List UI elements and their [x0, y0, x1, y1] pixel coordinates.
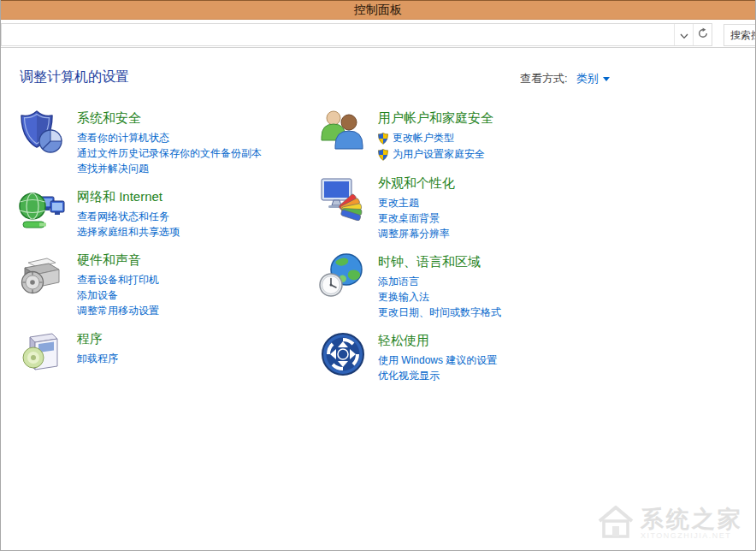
- category-column-left: 系统和安全查看你的计算机状态通过文件历史记录保存你的文件备份副本查找并解决问题 …: [18, 108, 319, 394]
- category-link-label: 通过文件历史记录保存你的文件备份副本: [77, 145, 262, 161]
- control-panel-window: 控制面板 调整计算机的设置 查看方式: 类别: [0, 0, 756, 551]
- category-link-label: 更改日期、时间或数字格式: [378, 305, 501, 320]
- network-globe-icon[interactable]: [18, 187, 66, 234]
- category-title-user-accounts-family-safety[interactable]: 用户帐户和家庭安全: [378, 110, 493, 127]
- category-link[interactable]: 使用 Windows 建议的设置: [378, 353, 497, 368]
- category-link[interactable]: 更改桌面背景: [378, 210, 455, 226]
- watermark-subtext: XITONGZHIJIA.NET: [641, 531, 731, 540]
- category-link-label: 优化视觉显示: [378, 368, 440, 383]
- category-title-network-internet[interactable]: 网络和 Internet: [77, 189, 180, 205]
- category-link-label: 查看网络状态和任务: [77, 209, 169, 224]
- category-link[interactable]: 选择家庭组和共享选项: [77, 224, 180, 240]
- category-title-appearance-personalization[interactable]: 外观和个性化: [378, 175, 455, 192]
- view-by-label: 查看方式:: [520, 71, 568, 86]
- program-box-icon[interactable]: [18, 329, 66, 376]
- shield-pie-icon[interactable]: [18, 108, 66, 156]
- category-title-hardware-sound[interactable]: 硬件和声音: [77, 252, 159, 269]
- category-link[interactable]: 调整常用移动设置: [77, 303, 159, 318]
- category-link[interactable]: 优化视觉显示: [378, 368, 497, 383]
- view-by-control: 查看方式: 类别: [520, 71, 610, 86]
- clock-globe-icon[interactable]: [319, 252, 367, 299]
- uac-shield-icon: [378, 149, 388, 161]
- chevron-down-icon: [680, 27, 688, 43]
- view-by-dropdown[interactable]: 类别: [576, 71, 610, 86]
- category-text-user-accounts-family-safety: 用户帐户和家庭安全 更改帐户类型 为用户设置家庭安全: [378, 108, 493, 163]
- category-link-label: 为用户设置家庭安全: [393, 146, 485, 163]
- category-title-system-security[interactable]: 系统和安全: [77, 110, 262, 127]
- watermark-text: 系统之家: [641, 507, 743, 531]
- category-hardware-sound: 硬件和声音查看设备和打印机添加设备调整常用移动设置: [18, 250, 319, 318]
- title-bar: 控制面板: [1, 0, 755, 20]
- category-link-label: 更改主题: [378, 195, 419, 210]
- category-link[interactable]: 更改日期、时间或数字格式: [378, 305, 501, 320]
- category-link-label: 查看设备和打印机: [77, 272, 159, 287]
- category-grid: 系统和安全查看你的计算机状态通过文件历史记录保存你的文件备份副本查找并解决问题 …: [18, 108, 620, 394]
- view-by-value: 类别: [576, 71, 599, 86]
- category-appearance-personalization: 外观和个性化更改主题更改桌面背景调整屏幕分辨率: [319, 173, 620, 241]
- category-link[interactable]: 查找并解决问题: [77, 161, 262, 176]
- category-link-label: 查找并解决问题: [77, 161, 149, 176]
- refresh-button[interactable]: [693, 24, 712, 45]
- category-ease-of-access: 轻松使用使用 Windows 建议的设置优化视觉显示: [319, 330, 620, 383]
- address-bar[interactable]: [1, 23, 712, 46]
- category-text-hardware-sound: 硬件和声音查看设备和打印机添加设备调整常用移动设置: [77, 250, 159, 318]
- category-link-label: 添加设备: [77, 287, 118, 303]
- category-link-label: 卸载程序: [77, 351, 118, 366]
- category-link-label: 选择家庭组和共享选项: [77, 224, 180, 240]
- category-title-programs[interactable]: 程序: [77, 331, 118, 347]
- category-network-internet: 网络和 Internet查看网络状态和任务选择家庭组和共享选项: [18, 187, 319, 240]
- category-text-ease-of-access: 轻松使用使用 Windows 建议的设置优化视觉显示: [378, 330, 497, 383]
- refresh-icon: [697, 27, 709, 43]
- category-link-label: 调整屏幕分辨率: [378, 226, 450, 241]
- printer-icon[interactable]: [18, 250, 66, 298]
- category-link-label: 查看你的计算机状态: [77, 130, 169, 145]
- category-link[interactable]: 查看你的计算机状态: [77, 130, 262, 145]
- category-link[interactable]: 卸载程序: [77, 351, 118, 366]
- category-link[interactable]: 调整屏幕分辨率: [378, 226, 455, 241]
- chevron-down-icon: [603, 77, 610, 81]
- category-title-clock-language-region[interactable]: 时钟、语言和区域: [378, 254, 501, 270]
- address-input[interactable]: [2, 24, 674, 45]
- category-link[interactable]: 添加语言: [378, 274, 501, 289]
- category-link-label: 更改桌面背景: [378, 210, 440, 226]
- category-text-programs: 程序卸载程序: [77, 329, 118, 376]
- category-link[interactable]: 查看网络状态和任务: [77, 209, 180, 224]
- search-input[interactable]: [724, 24, 756, 46]
- category-user-accounts-family-safety: 用户帐户和家庭安全 更改帐户类型 为用户设置家庭安全: [319, 108, 620, 163]
- watermark: 系统之家 XITONGZHIJIA.NET: [596, 504, 743, 543]
- category-link[interactable]: 查看设备和打印机: [77, 272, 159, 287]
- category-programs: 程序卸载程序: [18, 329, 319, 376]
- category-clock-language-region: 时钟、语言和区域添加语言更换输入法更改日期、时间或数字格式: [319, 252, 620, 320]
- category-text-system-security: 系统和安全查看你的计算机状态通过文件历史记录保存你的文件备份副本查找并解决问题: [77, 108, 262, 176]
- display-colors-icon[interactable]: [319, 173, 367, 221]
- house-icon: [596, 504, 635, 543]
- category-link-label: 更改帐户类型: [393, 130, 454, 146]
- address-dropdown-button[interactable]: [674, 24, 693, 45]
- category-link[interactable]: 为用户设置家庭安全: [378, 146, 493, 163]
- ease-of-access-icon[interactable]: [319, 330, 367, 378]
- category-link[interactable]: 添加设备: [77, 287, 159, 303]
- category-link[interactable]: 更换输入法: [378, 289, 501, 305]
- category-system-security: 系统和安全查看你的计算机状态通过文件历史记录保存你的文件备份副本查找并解决问题: [18, 108, 319, 176]
- category-link-label: 更换输入法: [378, 289, 429, 305]
- category-link[interactable]: 更改帐户类型: [378, 130, 493, 146]
- uac-shield-icon: [378, 133, 388, 145]
- users-icon[interactable]: [319, 108, 367, 156]
- page-title: 调整计算机的设置: [20, 68, 129, 86]
- toolbar: [1, 20, 755, 48]
- category-text-appearance-personalization: 外观和个性化更改主题更改桌面背景调整屏幕分辨率: [378, 173, 455, 241]
- category-link-label: 添加语言: [378, 274, 419, 289]
- category-column-right: 用户帐户和家庭安全 更改帐户类型 为用户设置家庭安全 外观和个性化更改主题更改桌…: [319, 108, 620, 394]
- category-link-label: 调整常用移动设置: [77, 303, 159, 318]
- category-link[interactable]: 通过文件历史记录保存你的文件备份副本: [77, 145, 262, 161]
- category-link-label: 使用 Windows 建议的设置: [378, 353, 497, 368]
- category-title-ease-of-access[interactable]: 轻松使用: [378, 333, 497, 349]
- category-link[interactable]: 更改主题: [378, 195, 455, 210]
- category-text-network-internet: 网络和 Internet查看网络状态和任务选择家庭组和共享选项: [77, 187, 180, 240]
- category-text-clock-language-region: 时钟、语言和区域添加语言更换输入法更改日期、时间或数字格式: [378, 252, 501, 320]
- window-title: 控制面板: [354, 3, 402, 18]
